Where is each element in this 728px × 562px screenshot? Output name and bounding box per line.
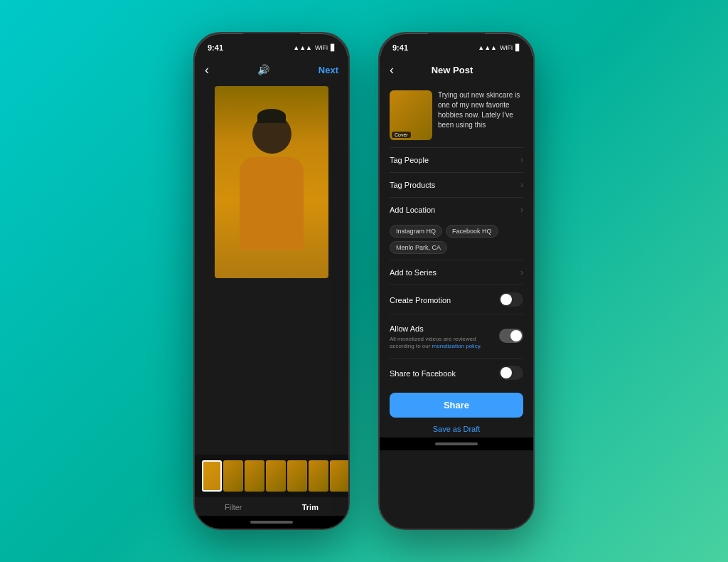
wifi-icon: WiFi	[315, 44, 328, 51]
toggle-knob-2	[510, 330, 522, 341]
timeline-frame-2	[223, 460, 243, 492]
allow-ads-sub: All monetized videos are reviewed accord…	[390, 336, 499, 351]
wifi-icon-2: WiFi	[500, 44, 513, 51]
battery-icon: ▊	[331, 44, 336, 51]
notch	[243, 33, 300, 48]
tag-products-label: Tag Products	[390, 181, 435, 189]
status-time-2: 9:41	[392, 43, 408, 52]
phone-new-post: 9:41 ▲▲▲ WiFi ▊ ‹ New Post Cover Trying …	[378, 32, 535, 530]
notch-2	[428, 33, 485, 48]
post-cover-thumb[interactable]: Cover	[390, 90, 432, 140]
share-facebook-info: Share to Facebook	[390, 366, 499, 379]
person-head	[252, 115, 291, 154]
location-tag-2[interactable]: Facebook HQ	[446, 225, 498, 238]
post-nav: ‹ New Post	[380, 56, 533, 83]
share-facebook-label: Share to Facebook	[390, 369, 456, 378]
timeline-frame-7	[330, 460, 348, 492]
share-facebook-toggle[interactable]	[499, 366, 523, 380]
location-tag-1[interactable]: Instagram HQ	[390, 225, 442, 238]
add-to-series-row[interactable]: Add to Series ›	[380, 260, 533, 285]
cover-label: Cover	[392, 132, 411, 138]
monetization-policy-link[interactable]: monetization policy	[432, 343, 480, 349]
screen-video-editor: ‹ 🔊 Next	[195, 56, 348, 529]
allow-ads-info: Allow Ads All monetized videos are revie…	[390, 322, 499, 351]
home-bar-1	[250, 521, 293, 524]
toggle-knob-3	[500, 367, 512, 378]
create-promotion-toggle[interactable]	[499, 292, 523, 307]
chevron-icon-2: ›	[520, 180, 523, 190]
create-promotion-row: Create Promotion	[380, 285, 533, 314]
bottom-tabs: Filter Trim	[195, 497, 348, 516]
video-thumbnail	[215, 86, 328, 278]
save-draft-button[interactable]: Save as Draft	[380, 420, 533, 438]
battery-icon-2: ▊	[515, 44, 520, 51]
chevron-icon-4: ›	[520, 267, 523, 277]
chevron-icon-1: ›	[520, 155, 523, 165]
add-location-label: Add Location	[390, 206, 435, 214]
location-tags: Instagram HQ Facebook HQ Menlo Park, CA	[380, 222, 533, 260]
tag-products-row[interactable]: Tag Products ›	[380, 173, 533, 197]
trim-tab[interactable]: Trim	[302, 503, 318, 511]
post-caption[interactable]: Trying out new skincare is one of my new…	[438, 90, 523, 140]
allow-ads-toggle[interactable]	[499, 329, 523, 343]
nav-center-1: 🔊	[257, 64, 269, 75]
person-hair	[257, 109, 286, 123]
person-body	[240, 157, 304, 250]
tag-people-row[interactable]: Tag People ›	[380, 148, 533, 172]
timeline-frame-active	[202, 460, 222, 492]
share-button[interactable]: Share	[390, 393, 523, 418]
home-indicator-2	[380, 438, 533, 450]
allow-ads-row: Allow Ads All monetized videos are revie…	[380, 314, 533, 358]
video-area	[195, 83, 348, 455]
person-figure	[225, 107, 318, 278]
status-icons-1: ▲▲▲ WiFi ▊	[293, 44, 336, 51]
phone-video-editor: 9:41 ▲▲▲ WiFi ▊ ‹ 🔊 Next	[193, 32, 350, 530]
allow-ads-label: Allow Ads	[390, 324, 424, 333]
add-to-series-label: Add to Series	[390, 268, 437, 277]
toggle-knob-1	[500, 294, 512, 305]
next-button[interactable]: Next	[318, 65, 338, 75]
timeline-bar[interactable]	[195, 455, 348, 497]
post-preview: Cover Trying out new skincare is one of …	[380, 83, 533, 147]
home-bar-2	[435, 442, 478, 445]
post-title: New Post	[432, 65, 473, 75]
location-tag-3[interactable]: Menlo Park, CA	[390, 241, 447, 254]
share-facebook-row: Share to Facebook	[380, 359, 533, 387]
tag-people-label: Tag People	[390, 156, 429, 164]
screen-new-post: ‹ New Post Cover Trying out new skincare…	[380, 56, 533, 529]
back-button-1[interactable]: ‹	[205, 63, 209, 78]
add-location-row[interactable]: Add Location ›	[380, 198, 533, 222]
chevron-icon-3: ›	[520, 205, 523, 215]
timeline-frame-4	[266, 460, 286, 492]
volume-icon[interactable]: 🔊	[257, 64, 269, 75]
timeline-frame-6	[309, 460, 328, 492]
create-promotion-info: Create Promotion	[390, 293, 499, 306]
home-indicator-1	[195, 516, 348, 529]
status-time-1: 9:41	[208, 43, 223, 52]
timeline-frame-3	[245, 460, 264, 492]
nav-bar-1: ‹ 🔊 Next	[195, 56, 348, 83]
timeline-frame-5	[287, 460, 307, 492]
status-icons-2: ▲▲▲ WiFi ▊	[478, 44, 520, 51]
create-promotion-label: Create Promotion	[390, 296, 451, 304]
back-button-2[interactable]: ‹	[390, 63, 394, 78]
filter-tab[interactable]: Filter	[225, 503, 242, 511]
